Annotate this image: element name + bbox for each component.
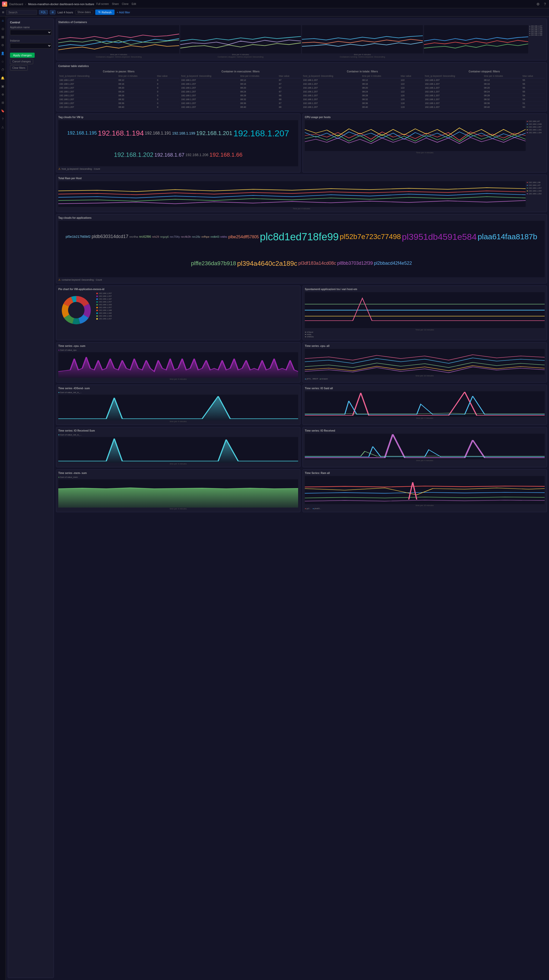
ts-iosend-row: Time series -IOSend- sum ● Sum of value_… [56,385,547,425]
ts-cpu-sum-panel: Time series -cpu- sum ● Sum of value_cpu [56,342,301,383]
tag-cloud-item[interactable]: 192.168.1.67 [154,152,185,158]
legend-item-3: ● 192.168.1.207 [527,126,545,128]
ts-mem-all-panel: Time Series: Ram all time per 10 minu [302,469,547,512]
table-row: 192.168.1.20708:320 [58,97,179,102]
sidebar-icon-compass[interactable]: ◎ [1,27,5,31]
table-row: 192.168.1.20708:4068 [180,105,301,109]
tag-cloud-item[interactable]: 192.168.1.66 [210,151,242,158]
kql-badge[interactable]: KQL [39,10,48,14]
tag-cloud-app-item[interactable]: nrc4ha [129,235,138,239]
stats-title: Statistics of Containers [58,21,545,24]
time-selector[interactable]: ⊞ [50,10,56,14]
sidebar-icon-clock[interactable]: ⏱ [1,68,5,72]
tag-cloud-app-item[interactable]: pl3951db4591e584 [402,232,477,242]
stats-chart-1: time per 4 minutes Containers stopped: m… [58,25,179,58]
chart-2-label: time per 4 minutes [180,53,301,56]
tag-cloud-app-item[interactable]: nrc62f86 [139,235,151,239]
apply-changes-button[interactable]: Apply changes [10,52,35,58]
sidebar-icon-star[interactable]: ☆ [1,60,5,64]
edit-link[interactable]: Edit [132,3,136,5]
tag-cloud-app-item[interactable]: pl2bbacd42f4e522 [374,261,412,266]
clone-link[interactable]: Clone [122,3,129,5]
show-dates-button[interactable]: Show dates [75,10,93,14]
instance-label: Instance [10,39,52,42]
tag-cloud-item[interactable]: 192.168.1.195 [67,130,97,136]
tag-cloud-app-item[interactable]: plbe254dff57805 [228,234,259,239]
tag-cloud-vm: 192.168.1.195192.168.1.194192.168.1.1911… [58,120,298,166]
ts-cpu-all-xlabel: time per 10 minutes [305,375,545,377]
tag-cloud-app-item[interactable]: pl8bb3703d12f39 [337,261,373,266]
sidebar-icon-user[interactable]: 👤 [1,51,5,56]
tag-cloud-item[interactable]: 192.168.1.201 [196,130,232,137]
app-name-select[interactable] [10,30,52,35]
tag-cloud-app-item[interactable]: nrdb43 [210,235,219,239]
table-row: 192.168.1.20708:240 [58,90,179,94]
page-title: Mesos-marathon-docker dashboard-nesi-non… [28,3,94,6]
tag-cloud-app-item[interactable]: pl52b7e723c77498 [340,232,401,241]
share-link[interactable]: Share [112,3,119,5]
sidebar-icon-settings[interactable]: ⚙ [1,43,5,47]
cancel-changes-button[interactable]: Cancel changes [10,59,33,64]
cpu-chart-area [305,120,526,151]
tag-cloud-app-item[interactable]: nrc28z [192,235,201,239]
sidebar-icon-map[interactable]: ⊕ [1,92,5,97]
spontaneous-xlabel: Time per 10 minutes [305,329,545,331]
tag-cloud-app-item[interactable]: pl5e1b217fd0bf2 [66,235,91,239]
tag-cloud-app-item[interactable]: nrc4k3h [181,235,191,239]
spontaneous-panel: Spontamenti applicazioni tra i vari host… [302,285,547,340]
tag-cloud-app-item[interactable]: plc8d1ed718fe99 [260,231,339,243]
breadcrumb: Dashboard [9,3,23,6]
legend-item-pie-1: 192.168.1.207 [96,292,298,294]
tag-cloud-app-item[interactable]: plffe236da97b918 [191,260,236,267]
legend-item-1: ● 192.168.147 [527,120,545,123]
tag-cloud-item[interactable]: 192.168.1.202 [114,151,153,159]
sidebar-icon-alert[interactable]: ⚠ [1,125,5,129]
search-input[interactable] [6,10,37,15]
control-panel: Control Application name Instance Apply … [8,19,54,978]
tag-cloud-app-item[interactable]: nrgzg6 [160,235,169,239]
ts-cpu-sum-legend-label: ● Sum of value_cpu [58,349,298,351]
tag-cloud-app-item[interactable]: plaa614faa8187b [477,232,537,241]
ram-chart-panel: Total Ram per Host ● 192.168.1.68 [56,175,547,212]
refresh-button[interactable]: ↻ Refresh [95,10,115,15]
sidebar-icon-grid[interactable]: ⊞ [1,101,5,105]
tag-cloud-app-item[interactable]: pl394a4640c2a189c [237,259,298,267]
tag-cloud-app-item[interactable]: nrfhpe [202,235,210,239]
table-row: 192.168.1.20708:360 [58,102,179,105]
table-row: 192.168.1.20708:2455 [424,90,545,94]
sidebar-icon-chart[interactable]: ▦ [1,35,5,39]
tag-cloud-item[interactable]: 192.168.1.207 [234,128,289,138]
ts-mem-sum-chart [58,479,298,508]
sidebar-icon-bookmark[interactable]: 🔖 [1,109,5,113]
instance-select[interactable] [10,43,52,49]
sidebar-icon-home[interactable]: ⌂ [1,19,5,22]
ts-ioreceived-all-xlabel: time per 4 minutes [305,459,545,461]
table-row: 192.168.1.20708:160 [58,82,179,86]
ts-iosend-all-title: Time series: IO Said all [305,387,545,390]
tag-cloud-item[interactable]: 192.168.1.206 [185,153,208,157]
clear-filters-button[interactable]: Clear filters [10,65,28,71]
sidebar-icon-bell[interactable]: 🔔 [1,76,5,80]
tag-cloud-app-item[interactable]: nrc704y [170,235,180,239]
ts-iosend-all-panel: Time series: IO Said all time per 4 minu… [302,385,547,425]
tag-cloud-item[interactable]: 192.168.1.191 [145,131,171,135]
fullscreen-link[interactable]: Full screen [96,3,109,5]
sidebar-icon-help[interactable]: ? [1,117,5,121]
tag-cloud-item[interactable]: 192.168.1.194 [98,129,144,138]
help-button[interactable]: ? [543,2,547,7]
svg-marker-4 [58,439,298,463]
table-section-total: Container in totale: filters host_ip.key… [302,69,423,109]
settings-button[interactable]: ⚙ [535,2,541,7]
tag-cloud-app-item[interactable]: nrkhc [220,235,227,239]
tag-cloud-app-item[interactable]: nrk29 [152,235,159,239]
tag-cloud-app-item[interactable]: pldb630314dcd17 [92,234,128,240]
table-row: 192.168.1.20708:28120 [302,94,423,97]
add-filter-button[interactable]: + Add filter [116,11,130,14]
cpu-chart-title: CPU usage per hosts [305,116,545,119]
tag-cloud-item[interactable]: 192.168.1.199 [172,131,195,135]
apps-tag-cloud: pl5e1b217fd0bf2pldb630314dcd17nrc4hanrc6… [58,221,545,277]
col-host-2: host_ip.keyword: Descending [180,74,239,78]
table-row: 192.168.1.20708:400 [58,105,179,109]
tag-cloud-app-item[interactable]: pl3df183a14cd08c [298,261,336,266]
sidebar-icon-layers[interactable]: ▣ [1,84,5,88]
